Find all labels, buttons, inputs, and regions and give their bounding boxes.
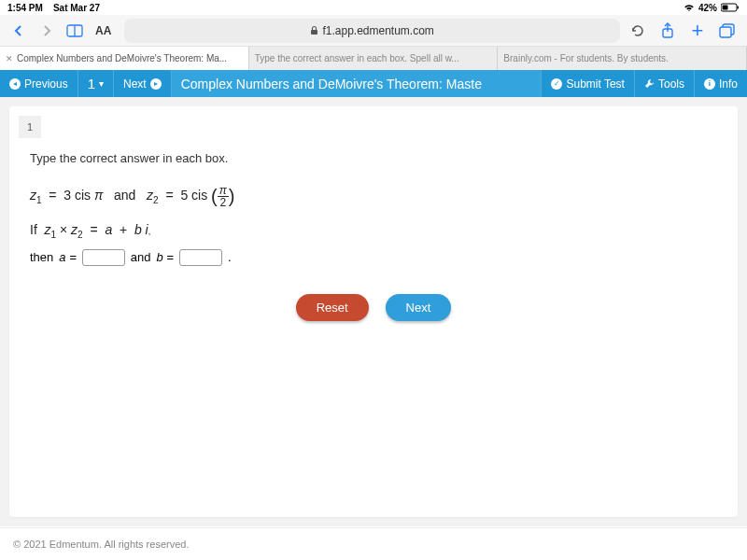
browser-bar: AA f1.app.edmentum.com +	[0, 15, 747, 47]
question-card: 1 Type the correct answer in each box. z…	[9, 106, 738, 517]
browser-tab-2[interactable]: Brainly.com - For students. By students.	[498, 47, 747, 70]
battery-icon	[721, 3, 740, 12]
reset-button[interactable]: Reset	[296, 294, 369, 321]
chevron-down-icon: ▾	[99, 78, 104, 89]
browser-tabs: ✕ Complex Numbers and DeMoivre's Theorem…	[0, 47, 747, 70]
next-answer-button[interactable]: Next	[386, 294, 452, 321]
submit-test-button[interactable]: ✓ Submit Test	[541, 70, 633, 97]
svg-rect-2	[738, 7, 740, 9]
browser-tab-0[interactable]: ✕ Complex Numbers and DeMoivre's Theorem…	[0, 47, 249, 70]
tab-label: Brainly.com - For students. By students.	[503, 53, 669, 63]
page-title: Complex Numbers and DeMoivre's Theorem: …	[172, 70, 542, 97]
wrench-icon	[644, 78, 655, 89]
b-var-label: b =	[156, 250, 173, 264]
math-expression: z1 = 3 cis π and z2 = 5 cis (π2) If z1 ×…	[30, 178, 717, 244]
text-size-button[interactable]: AA	[95, 24, 111, 37]
lock-icon	[310, 25, 318, 35]
status-left: 1:54 PM Sat Mar 27	[7, 3, 100, 13]
submit-label: Submit Test	[566, 77, 624, 91]
prev-label: Previous	[24, 77, 68, 91]
question-number: 1	[19, 116, 41, 138]
svg-rect-1	[723, 6, 728, 10]
tools-label: Tools	[658, 77, 684, 91]
qnum-label: 1	[88, 76, 95, 91]
b-input[interactable]	[179, 249, 222, 266]
a-var-label: a =	[59, 250, 76, 264]
bookmarks-icon[interactable]	[63, 20, 86, 42]
new-tab-icon[interactable]: +	[685, 19, 710, 43]
then-label: then	[30, 250, 53, 264]
status-bar: 1:54 PM Sat Mar 27 42%	[0, 0, 747, 15]
a-input[interactable]	[82, 249, 125, 266]
tools-button[interactable]: Tools	[634, 70, 694, 97]
info-label: Info	[719, 77, 738, 91]
and-label: and	[131, 250, 151, 264]
check-icon: ✓	[551, 78, 562, 90]
url-text: f1.app.edmentum.com	[322, 24, 433, 37]
footer: © 2021 Edmentum. All rights reserved.	[0, 527, 747, 560]
forward-button[interactable]	[35, 20, 58, 42]
next-button[interactable]: Next ▸	[114, 70, 172, 97]
battery-pct: 42%	[698, 3, 717, 13]
share-icon[interactable]	[655, 19, 680, 43]
status-right: 42%	[684, 3, 740, 13]
tab-label: Complex Numbers and DeMoivre's Theorem: …	[17, 53, 227, 63]
action-buttons: Reset Next	[30, 294, 717, 321]
answer-line: then a = and b = .	[30, 249, 717, 266]
copyright-text: © 2021 Edmentum. All rights reserved.	[13, 539, 189, 550]
info-icon: i	[704, 78, 715, 90]
content-area: 1 Type the correct answer in each box. z…	[0, 97, 747, 526]
wifi-icon	[684, 3, 695, 12]
url-bar[interactable]: f1.app.edmentum.com	[124, 19, 620, 43]
tabs-icon[interactable]	[715, 19, 740, 43]
prev-button[interactable]: ◂ Previous	[0, 70, 78, 97]
period-label: .	[228, 250, 232, 264]
status-date: Sat Mar 27	[53, 3, 100, 13]
svg-rect-5	[311, 30, 317, 35]
status-time: 1:54 PM	[7, 3, 43, 13]
instruction-text: Type the correct answer in each box.	[30, 151, 717, 165]
question-picker[interactable]: 1 ▾	[78, 70, 114, 97]
back-button[interactable]	[7, 20, 30, 42]
tab-label: Type the correct answer in each box. Spe…	[255, 53, 459, 63]
svg-rect-9	[720, 27, 731, 37]
app-nav: ◂ Previous 1 ▾ Next ▸ Complex Numbers an…	[0, 70, 747, 97]
info-button[interactable]: i Info	[694, 70, 747, 97]
close-icon[interactable]: ✕	[6, 54, 13, 63]
next-label: Next	[123, 77, 147, 91]
browser-tab-1[interactable]: Type the correct answer in each box. Spe…	[249, 47, 499, 70]
reload-icon[interactable]	[626, 19, 650, 43]
